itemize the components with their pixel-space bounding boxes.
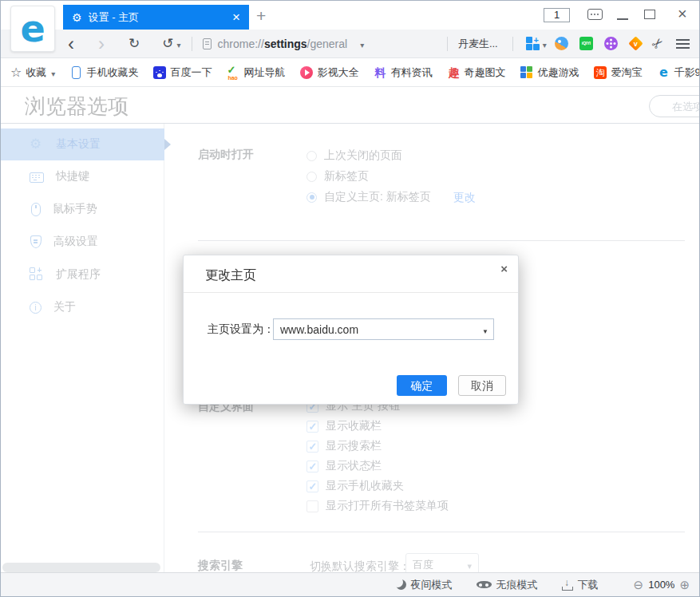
app-grid-caret-icon[interactable] <box>543 37 547 51</box>
hao123-icon <box>227 66 239 79</box>
maximize-button[interactable] <box>644 10 655 19</box>
video-reel-icon[interactable] <box>604 37 618 50</box>
reload-button[interactable] <box>129 37 140 50</box>
dialog-title: 更改主页 <box>205 267 256 284</box>
tab-title: 设置 - 主页 <box>89 10 233 25</box>
feedback-bubble-icon[interactable] <box>587 9 603 20</box>
screenshot-scissors-icon[interactable] <box>652 35 663 52</box>
radio-icon[interactable] <box>306 172 317 182</box>
bookmark-item[interactable]: 优趣游戏 <box>520 65 579 80</box>
new-tab-button[interactable] <box>256 6 266 26</box>
checkbox-option[interactable]: 显示手机收藏夹 <box>306 479 404 493</box>
undo-close-button[interactable] <box>162 37 173 50</box>
chevron-down-icon <box>467 558 472 572</box>
ok-button[interactable]: 确定 <box>397 375 447 396</box>
checkbox-checked-icon[interactable] <box>306 421 318 433</box>
keyboard-icon <box>30 172 44 183</box>
combobox-dropdown-icon[interactable] <box>477 322 493 337</box>
search-engine-select[interactable]: 百度 <box>405 553 479 574</box>
minimize-button[interactable] <box>617 18 628 20</box>
options-search-input[interactable] <box>649 95 699 117</box>
checkbox-option[interactable]: 显示打开所有书签菜单项 <box>306 499 449 513</box>
radio-icon[interactable] <box>306 151 317 161</box>
bookmark-item[interactable]: 网址导航 <box>227 65 285 80</box>
game-grid-icon <box>520 66 533 79</box>
tab-close-icon[interactable] <box>232 10 240 25</box>
sidebar-item-basic-settings[interactable]: 基本设置 <box>1 128 164 160</box>
night-mode-button[interactable]: 夜间模式 <box>396 578 453 592</box>
toolbar-search-box[interactable]: 丹麦生... <box>458 37 498 51</box>
app-grid-icon[interactable]: + <box>526 37 540 50</box>
mouse-icon <box>31 203 41 216</box>
reader-parrot-icon[interactable] <box>555 37 568 50</box>
checkbox-unchecked-icon[interactable] <box>306 500 318 512</box>
bookmark-item[interactable]: e千影9块9包邮 <box>657 65 699 80</box>
change-homepage-link[interactable]: 更改 <box>453 191 476 205</box>
info-icon: i <box>30 302 42 314</box>
qu-char-icon: 趣 <box>447 66 460 79</box>
dialog-header: 更改主页 <box>184 255 518 293</box>
radio-option[interactable]: 自定义主页: 新标签页 <box>306 190 431 204</box>
browser-window: 设置 - 主页 1 e chrome://settings/general 丹麦… <box>0 0 700 597</box>
horizontal-scrollbar[interactable] <box>2 563 160 572</box>
navigation-toolbar: chrome://settings/general 丹麦生... + iQIYI… <box>1 30 699 58</box>
checkbox-checked-icon[interactable] <box>306 461 318 472</box>
cancel-button[interactable]: 取消 <box>458 375 506 396</box>
homepage-field-label: 主页设置为： <box>208 322 275 337</box>
iqiyi-icon[interactable]: iQIYI <box>579 37 593 50</box>
window-close-button[interactable] <box>678 5 687 23</box>
forward-button[interactable] <box>98 34 105 53</box>
homepage-combobox[interactable] <box>273 318 494 340</box>
sidebar-item-shortcuts[interactable]: 快捷键 <box>1 165 164 188</box>
tab-count-badge[interactable]: 1 <box>544 8 570 22</box>
vip-diamond-icon[interactable]: v <box>628 36 643 50</box>
tab-settings[interactable]: 设置 - 主页 <box>63 5 249 30</box>
baidu-paw-icon <box>153 66 166 79</box>
bookmarks-bar: 收藏 手机收藏夹 百度一下 网址导航 影视大全 料有料资讯 趣奇趣图文 优趣游戏… <box>1 58 699 87</box>
checkbox-option[interactable]: 显示收藏栏 <box>306 419 382 433</box>
moon-icon <box>396 579 406 590</box>
radio-option[interactable]: 上次关闭的页面 <box>306 148 402 163</box>
divider <box>447 37 448 51</box>
bookmark-item[interactable]: 料有料资讯 <box>374 65 432 80</box>
divider <box>512 37 513 51</box>
browser-logo[interactable]: e <box>10 6 55 52</box>
page-document-icon <box>203 38 212 49</box>
checkbox-option[interactable]: 显示状态栏 <box>306 459 382 473</box>
undo-dropdown-caret-icon[interactable] <box>177 37 181 51</box>
radio-option[interactable]: 新标签页 <box>306 169 369 184</box>
checkbox-checked-icon[interactable] <box>306 441 318 453</box>
sidebar-item-extensions[interactable]: + 扩展程序 <box>1 263 164 286</box>
bookmark-item[interactable]: 淘爱淘宝 <box>594 65 642 80</box>
url-dropdown-caret-icon[interactable] <box>360 37 364 51</box>
title-bar: 设置 - 主页 1 <box>1 1 699 30</box>
menu-hamburger-icon[interactable] <box>676 39 690 41</box>
favorites-button[interactable]: 收藏 <box>10 65 55 80</box>
address-url[interactable]: chrome://settings/general <box>218 38 348 50</box>
section-label-startup: 启动时打开 <box>198 148 254 162</box>
checkbox-checked-icon[interactable] <box>306 480 318 492</box>
checkbox-option[interactable]: 显示搜索栏 <box>306 439 382 453</box>
sidebar-item-advanced-settings[interactable]: 高级设置 <box>1 231 164 253</box>
bookmark-item[interactable]: 百度一下 <box>153 65 212 80</box>
incognito-mode-button[interactable]: 无痕模式 <box>477 578 538 592</box>
download-button[interactable]: 下载 <box>562 578 599 592</box>
radio-selected-icon[interactable] <box>306 192 317 203</box>
sidebar-item-about[interactable]: i 关于 <box>1 296 164 318</box>
dialog-close-icon[interactable] <box>500 262 508 275</box>
e-browser-icon: e <box>657 66 670 79</box>
download-icon <box>562 579 573 591</box>
mask-icon <box>477 581 492 588</box>
bookmark-item[interactable]: 趣奇趣图文 <box>447 65 505 80</box>
bookmark-item[interactable]: 影视大全 <box>300 65 358 80</box>
back-button[interactable] <box>68 34 74 53</box>
zoom-in-icon[interactable] <box>679 578 690 592</box>
zoom-out-icon[interactable] <box>634 578 644 592</box>
favorites-caret-icon[interactable] <box>51 65 55 80</box>
zoom-controls: 100% <box>634 578 690 592</box>
bookmark-item[interactable]: 手机收藏夹 <box>70 65 138 80</box>
homepage-input[interactable] <box>274 323 477 336</box>
gear-icon <box>72 10 82 25</box>
star-icon <box>10 65 22 80</box>
sidebar-item-mouse-gestures[interactable]: 鼠标手势 <box>1 198 164 220</box>
